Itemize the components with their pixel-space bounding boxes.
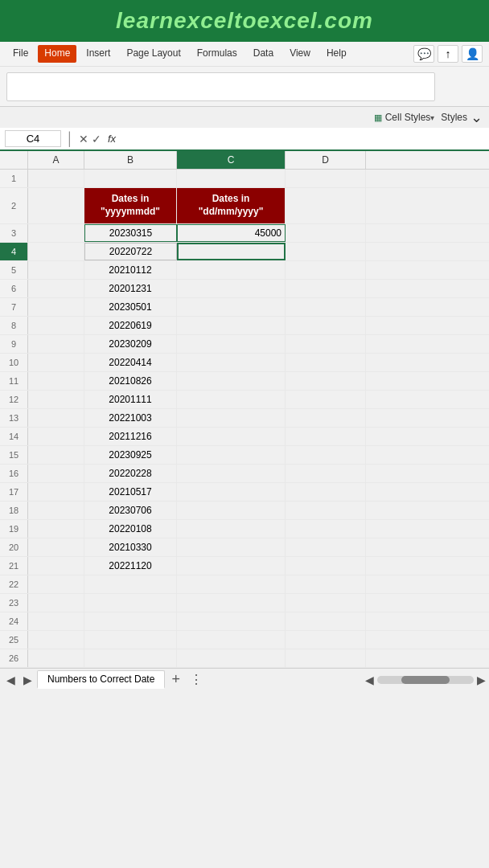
cancel-formula-icon[interactable]: ✕: [79, 133, 88, 145]
cell-b13[interactable]: 20221003: [84, 409, 177, 427]
cell-c21[interactable]: [177, 557, 286, 575]
cell-d21[interactable]: [286, 557, 366, 575]
cell-a15[interactable]: [28, 446, 84, 464]
cell-d15[interactable]: [286, 446, 366, 464]
horizontal-scrollbar[interactable]: ◀ ▶: [365, 674, 486, 686]
cell-a12[interactable]: [28, 391, 84, 408]
cell-c18[interactable]: [177, 502, 286, 519]
cell-c2-header[interactable]: Dates in"dd/mm/yyyy": [177, 188, 286, 223]
cell-b15[interactable]: 20230925: [84, 446, 177, 464]
cell-a21[interactable]: [28, 557, 84, 575]
cell-a24[interactable]: [28, 612, 84, 630]
cell-d11[interactable]: [286, 372, 366, 390]
menu-help[interactable]: Help: [320, 45, 353, 63]
cell-b25[interactable]: [84, 631, 177, 649]
cell-d23[interactable]: [286, 594, 366, 612]
cell-d6[interactable]: [286, 280, 366, 297]
cell-d10[interactable]: [286, 354, 366, 371]
cell-c1[interactable]: [177, 170, 286, 187]
cell-c20[interactable]: [177, 538, 286, 556]
cell-c6[interactable]: [177, 280, 286, 297]
cell-c16[interactable]: [177, 465, 286, 482]
cell-b17[interactable]: 20210517: [84, 483, 177, 501]
menu-view[interactable]: View: [283, 45, 317, 63]
cell-c22[interactable]: [177, 575, 286, 593]
cell-b23[interactable]: [84, 594, 177, 612]
cell-c13[interactable]: [177, 409, 286, 427]
cell-a22[interactable]: [28, 575, 84, 593]
cell-d7[interactable]: [286, 298, 366, 316]
cell-c11[interactable]: [177, 372, 286, 390]
add-sheet-button[interactable]: +: [166, 671, 185, 688]
cell-b6[interactable]: 20201231: [84, 280, 177, 297]
cell-c14[interactable]: [177, 428, 286, 445]
cell-a26[interactable]: [28, 649, 84, 667]
menu-data[interactable]: Data: [247, 45, 280, 63]
cell-a20[interactable]: [28, 538, 84, 556]
cell-d9[interactable]: [286, 335, 366, 353]
menu-page-layout[interactable]: Page Layout: [120, 45, 187, 63]
cell-styles-label[interactable]: Cell Styles: [385, 112, 431, 123]
cell-a6[interactable]: [28, 280, 84, 297]
cell-c12[interactable]: [177, 391, 286, 408]
cell-b12[interactable]: 20201111: [84, 391, 177, 408]
cell-c25[interactable]: [177, 631, 286, 649]
cell-a11[interactable]: [28, 372, 84, 390]
cell-a8[interactable]: [28, 317, 84, 334]
cell-a23[interactable]: [28, 594, 84, 612]
comment-icon[interactable]: 💬: [413, 45, 434, 63]
cell-a10[interactable]: [28, 354, 84, 371]
user-icon[interactable]: 👤: [462, 45, 483, 63]
cell-d2[interactable]: [286, 188, 366, 223]
cell-a18[interactable]: [28, 502, 84, 519]
scroll-right-icon[interactable]: ▶: [477, 674, 486, 686]
cell-d26[interactable]: [286, 649, 366, 667]
cell-a25[interactable]: [28, 631, 84, 649]
cell-b26[interactable]: [84, 649, 177, 667]
cell-d22[interactable]: [286, 575, 366, 593]
scrollbar-thumb[interactable]: [401, 676, 450, 684]
cell-d4[interactable]: [286, 243, 366, 260]
cell-a3[interactable]: [28, 224, 84, 242]
scroll-tabs-left-icon[interactable]: ◀: [3, 674, 18, 686]
cell-c4[interactable]: [177, 243, 286, 260]
sheet-tab-active[interactable]: Numbers to Correct Date: [37, 670, 165, 689]
cell-c26[interactable]: [177, 649, 286, 667]
cell-b14[interactable]: 20211216: [84, 428, 177, 445]
cell-d17[interactable]: [286, 483, 366, 501]
cell-b16[interactable]: 20220228: [84, 465, 177, 482]
cell-b24[interactable]: [84, 612, 177, 630]
cell-a16[interactable]: [28, 465, 84, 482]
cell-b1[interactable]: [84, 170, 177, 187]
cell-reference-box[interactable]: C4: [5, 130, 61, 147]
cell-b5[interactable]: 20210112: [84, 261, 177, 279]
menu-formulas[interactable]: Formulas: [191, 45, 244, 63]
cell-a4[interactable]: [28, 243, 84, 260]
share-icon[interactable]: ↑: [438, 45, 458, 63]
cell-b11[interactable]: 20210826: [84, 372, 177, 390]
cell-d3[interactable]: [286, 224, 366, 242]
cell-b18[interactable]: 20230706: [84, 502, 177, 519]
cell-d8[interactable]: [286, 317, 366, 334]
cell-b19[interactable]: 20220108: [84, 520, 177, 538]
cell-a19[interactable]: [28, 520, 84, 538]
cell-c19[interactable]: [177, 520, 286, 538]
cell-c24[interactable]: [177, 612, 286, 630]
cell-b20[interactable]: 20210330: [84, 538, 177, 556]
scrollbar-track[interactable]: [377, 676, 474, 684]
cell-b9[interactable]: 20230209: [84, 335, 177, 353]
cell-a14[interactable]: [28, 428, 84, 445]
cell-c5[interactable]: [177, 261, 286, 279]
cell-c3[interactable]: 45000: [177, 224, 286, 242]
cell-d14[interactable]: [286, 428, 366, 445]
cell-c7[interactable]: [177, 298, 286, 316]
cell-d1[interactable]: [286, 170, 366, 187]
scroll-left-icon[interactable]: ◀: [365, 674, 374, 686]
cell-d13[interactable]: [286, 409, 366, 427]
cell-d19[interactable]: [286, 520, 366, 538]
cell-d18[interactable]: [286, 502, 366, 519]
cell-b8[interactable]: 20220619: [84, 317, 177, 334]
cell-b21[interactable]: 20221120: [84, 557, 177, 575]
cell-d24[interactable]: [286, 612, 366, 630]
cell-c15[interactable]: [177, 446, 286, 464]
